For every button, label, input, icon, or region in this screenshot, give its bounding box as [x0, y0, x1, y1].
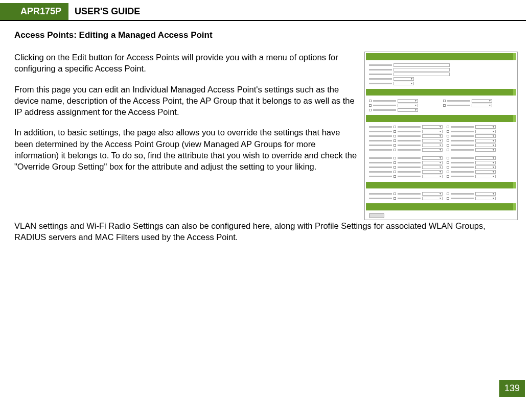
body-columns: Clicking on the Edit button for Access P…: [14, 52, 518, 220]
paragraph-3: In addition, to basic settings, the page…: [14, 127, 357, 172]
section-heading: Access Points: Editing a Managed Access …: [14, 30, 518, 40]
document-title: USER'S GUIDE: [68, 3, 146, 20]
paragraph-4: VLAN settings and Wi-Fi Radio Settings c…: [14, 220, 518, 243]
figure-section-bar: [366, 203, 516, 210]
page-number: 139: [499, 380, 525, 397]
figure-section-bar: [366, 89, 516, 96]
figure-section-bar: [366, 182, 516, 189]
page-header: APR175P USER'S GUIDE: [0, 3, 526, 21]
figure-override-settings: [366, 98, 516, 113]
paragraph-1: Clicking on the Edit button for Access P…: [14, 52, 357, 75]
figure-vlan-settings: [366, 191, 516, 201]
figure-radio-settings: [366, 124, 516, 153]
paragraph-2: From this page you can edit an Individua…: [14, 84, 357, 118]
figure-profile-settings: [366, 155, 516, 180]
figure-basic-settings: [366, 62, 516, 87]
product-badge: APR175P: [0, 3, 68, 20]
text-column: Clicking on the Edit button for Access P…: [14, 52, 357, 220]
page-content: Access Points: Editing a Managed Access …: [0, 21, 532, 243]
figure-section-bar: [366, 115, 516, 122]
figure-footer: [366, 212, 516, 219]
figure-section-bar: [366, 53, 516, 60]
screenshot-figure: [364, 52, 518, 220]
